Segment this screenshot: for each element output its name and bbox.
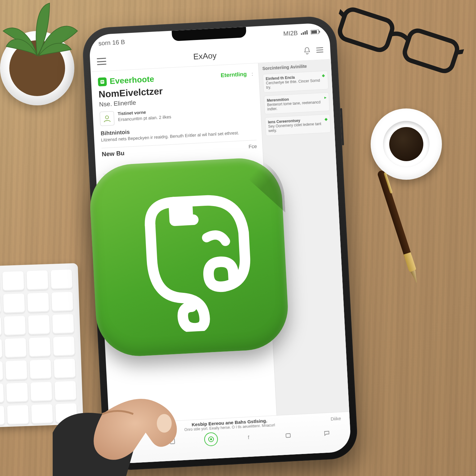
avatar-icon (99, 111, 114, 126)
phone-side-button (340, 108, 344, 145)
sync-status-sep: : (252, 71, 253, 77)
leaf-icon: ❖ (322, 74, 325, 78)
note-item-2[interactable]: Bihtnintois Litzensd nets Bepeckyen ir r… (100, 121, 256, 143)
svg-rect-5 (306, 30, 308, 34)
tab-notes[interactable] (165, 434, 179, 448)
svg-rect-16 (170, 439, 175, 444)
coffee-prop (371, 108, 442, 180)
side-card-1[interactable]: Einfend th Encla❖ Cerchertye tie thte. C… (263, 71, 329, 93)
tab-chat[interactable] (320, 426, 334, 440)
signal-icon (301, 30, 308, 35)
statusbar-time: MI2B (283, 29, 298, 37)
svg-rect-20 (286, 434, 290, 438)
tab-share[interactable] (281, 428, 295, 442)
svg-rect-3 (303, 32, 304, 35)
svg-rect-1 (403, 29, 459, 73)
tabbar-right-label: Diike (330, 416, 341, 421)
menu-lines-icon[interactable] (316, 47, 324, 53)
svg-rect-2 (301, 33, 302, 35)
flag-icon: ▸ (324, 95, 326, 99)
svg-point-18 (210, 438, 212, 440)
side-card-2[interactable]: Merenmition▸ Benterort tome tane, reeten… (264, 92, 330, 114)
tab-new-note[interactable] (204, 432, 218, 446)
section-meta: Fce (249, 143, 257, 149)
plant-prop (0, 0, 93, 99)
svg-line-10 (317, 50, 323, 50)
star-icon: ◆ (324, 117, 328, 121)
svg-rect-8 (319, 31, 320, 33)
sync-status: Eterntling (221, 71, 247, 79)
brand-label: Eveerhoote (109, 74, 154, 86)
side-card-3[interactable]: Iens Cereerontsey◆ Sey Oonemery cidet le… (265, 114, 331, 136)
tab-home[interactable] (127, 436, 141, 450)
hamburger-icon[interactable] (97, 58, 106, 65)
svg-text:f: f (248, 435, 250, 440)
svg-line-11 (317, 52, 323, 52)
battery-icon (311, 29, 320, 34)
notification-icon[interactable] (303, 47, 311, 55)
statusbar-left-label: sorn 16 B (98, 38, 125, 47)
tab-search[interactable]: f (242, 430, 257, 444)
desk-scene: sorn 16 B MI2B ExAoy (0, 0, 476, 476)
keyboard-prop (0, 263, 83, 429)
svg-rect-0 (338, 7, 394, 52)
svg-rect-4 (305, 31, 306, 35)
svg-point-15 (105, 116, 109, 119)
section-label: New Bu (102, 150, 125, 158)
page-title: ExAoy (193, 51, 217, 61)
svg-line-9 (316, 48, 323, 48)
app-icon-elephant (88, 156, 290, 358)
side-heading: Sorcinteriing Avinilite (262, 63, 328, 71)
glasses-prop (328, 0, 469, 87)
pen-prop (377, 170, 420, 284)
brand-logo-icon (98, 77, 107, 86)
svg-rect-7 (311, 30, 317, 34)
